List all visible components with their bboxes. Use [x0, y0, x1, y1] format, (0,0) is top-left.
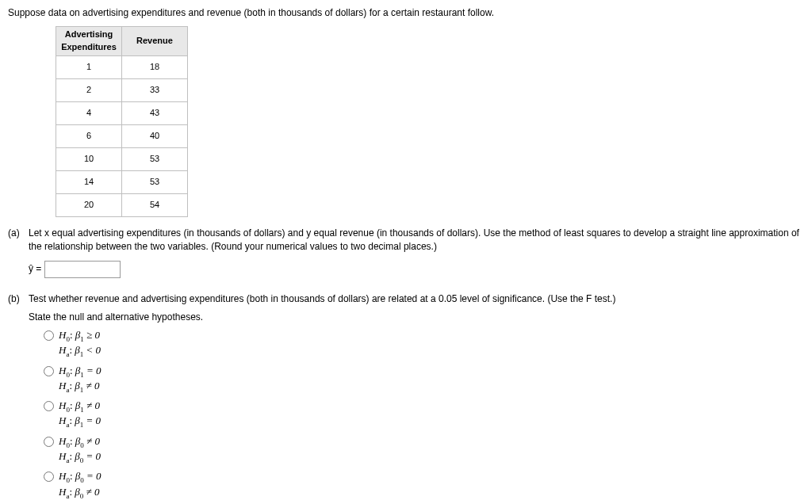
- table-row: 640: [56, 124, 188, 147]
- hypothesis-text: H0: β1 ≥ 0 Ha: β1 < 0: [59, 329, 101, 360]
- col-header-advertising: AdvertisingExpenditures: [56, 26, 122, 55]
- yhat-input[interactable]: [44, 261, 121, 278]
- hypothesis-option: H0: β1 = 0 Ha: β1 ≠ 0: [40, 365, 804, 395]
- table-row: 443: [56, 101, 188, 124]
- table-row: 2054: [56, 193, 188, 216]
- hypothesis-radio-1[interactable]: [44, 330, 54, 341]
- hypothesis-text: H0: β0 = 0 Ha: β0 ≠ 0: [59, 470, 102, 501]
- hypothesis-option: H0: β1 ≠ 0 Ha: β1 = 0: [40, 399, 804, 430]
- table-row: 1453: [56, 170, 188, 193]
- table-row: 118: [56, 55, 188, 78]
- table-row: 1053: [56, 147, 188, 170]
- hypothesis-option: H0: β0 = 0 Ha: β0 ≠ 0: [40, 470, 804, 501]
- hypothesis-text: H0: β1 = 0 Ha: β1 ≠ 0: [59, 365, 102, 395]
- hypothesis-radio-5[interactable]: [44, 472, 54, 482]
- part-b-text: Test whether revenue and advertising exp…: [29, 292, 804, 306]
- part-b-label: (b): [8, 292, 29, 306]
- part-a-label: (a): [8, 227, 29, 254]
- data-table: AdvertisingExpenditures Revenue 118 233 …: [56, 26, 188, 217]
- hypothesis-text: H0: β0 ≠ 0 Ha: β0 = 0: [59, 435, 101, 466]
- table-row: 233: [56, 78, 188, 101]
- state-hypotheses: State the null and alternative hypothese…: [29, 311, 804, 324]
- hypothesis-text: H0: β1 ≠ 0 Ha: β1 = 0: [59, 399, 101, 430]
- hypothesis-options: H0: β1 ≥ 0 Ha: β1 < 0 H0: β1 = 0 Ha: β1 …: [40, 329, 804, 501]
- hypothesis-option: H0: β0 ≠ 0 Ha: β0 = 0: [40, 435, 804, 466]
- hypothesis-radio-4[interactable]: [44, 437, 54, 447]
- hypothesis-radio-2[interactable]: [44, 366, 54, 376]
- yhat-prefix: ŷ =: [29, 264, 41, 275]
- hypothesis-radio-3[interactable]: [44, 401, 54, 411]
- intro-text: Suppose data on advertising expenditures…: [8, 6, 804, 20]
- col-header-revenue: Revenue: [122, 26, 188, 55]
- hypothesis-option: H0: β1 ≥ 0 Ha: β1 < 0: [40, 329, 804, 360]
- part-a-text: Let x equal advertising expenditures (in…: [29, 227, 804, 254]
